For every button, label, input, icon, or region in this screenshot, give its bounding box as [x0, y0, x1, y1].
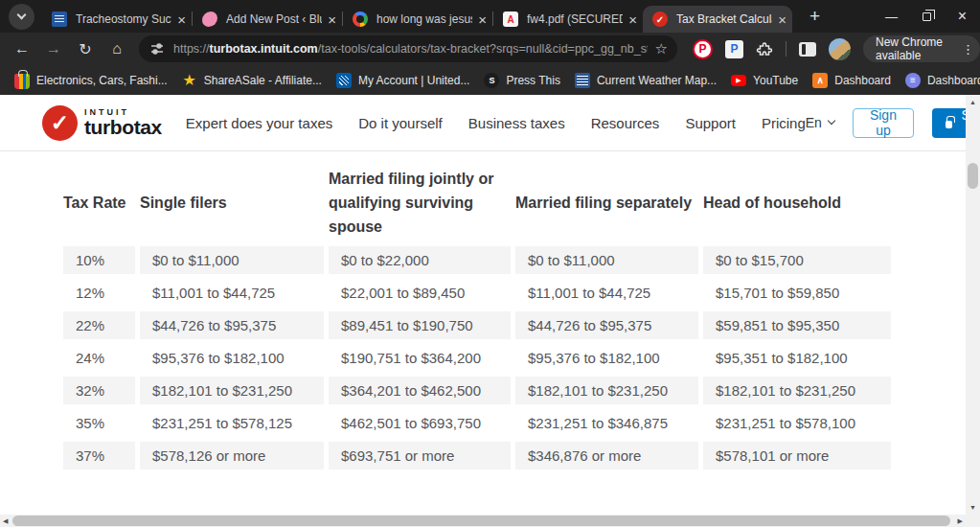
scroll-left-icon[interactable]: ◀ — [3, 515, 8, 527]
bracket-range-cell: $578,101 or more — [703, 442, 891, 470]
scroll-down-icon[interactable]: ▼ — [966, 504, 980, 511]
vertical-scrollbar-thumb[interactable] — [968, 163, 978, 189]
tab-search-button[interactable] — [9, 4, 34, 30]
browser-tab[interactable]: how long was jesus with× — [343, 6, 492, 33]
nav-link[interactable]: Resources — [591, 115, 660, 131]
tabs: Tracheostomy Suction | P×Add New Post ‹ … — [42, 0, 792, 33]
chevron-down-icon — [17, 11, 27, 20]
profile-avatar[interactable] — [829, 38, 851, 60]
bracket-range-cell: $462,501 to $693,750 — [329, 409, 511, 437]
bookmark-item[interactable]: ▶YouTube — [731, 74, 798, 87]
extensions-puzzle-icon[interactable] — [756, 40, 773, 57]
press-bookmark-icon: S — [484, 73, 499, 88]
forward-button[interactable]: → — [44, 40, 63, 57]
bookmark-star-icon[interactable]: ☆ — [655, 40, 668, 57]
url-domain: turbotax.intuit.com — [210, 42, 318, 56]
tab-close-icon[interactable]: × — [778, 12, 786, 27]
pdf-favicon: A — [503, 11, 518, 27]
p-extension-icon[interactable]: P — [725, 40, 743, 58]
bracket-range-cell: $44,726 to $95,375 — [515, 311, 698, 339]
site-settings-icon[interactable] — [150, 42, 164, 56]
tab-close-icon[interactable]: × — [628, 12, 637, 27]
sign-up-button[interactable]: Sign up — [853, 108, 914, 138]
side-panel-icon[interactable] — [799, 42, 816, 57]
bookmark-label: YouTube — [753, 74, 798, 87]
bookmarks-bar: Electronics, Cars, Fashi...★ShareASale -… — [0, 65, 980, 95]
bracket-range-cell: $95,376 to $182,100 — [515, 344, 698, 372]
language-selector[interactable]: En — [806, 115, 834, 130]
bracket-range-cell: $95,351 to $182,100 — [703, 344, 891, 372]
bracket-range-cell: $190,751 to $364,200 — [329, 344, 511, 372]
site-nav: Expert does your taxesDo it yourselfBusi… — [186, 115, 806, 131]
language-label: En — [806, 115, 822, 130]
scroll-right-icon[interactable]: ▶ — [958, 515, 963, 527]
browser-toolbar: ← → ↻ ⌂ https://turbotax.intuit.com/tax-… — [0, 33, 980, 65]
tab-close-icon[interactable]: × — [177, 12, 186, 27]
url-path: /tax-tools/calculators/tax-bracket?srqs=… — [318, 42, 648, 56]
flower-favicon — [202, 11, 217, 27]
pinterest-extension-icon[interactable]: P — [693, 39, 713, 59]
update-label: New Chrome available — [876, 35, 953, 62]
bookmark-label: Dashboard — [834, 74, 891, 87]
chevron-down-icon — [828, 117, 835, 125]
tab-title: Tracheostomy Suction | P — [76, 12, 171, 26]
tax-rate-cell: 32% — [63, 377, 135, 404]
reload-button[interactable]: ↻ — [76, 40, 95, 58]
horizontal-scrollbar-thumb[interactable] — [12, 516, 950, 526]
vertical-scrollbar[interactable]: ▲ ▼ — [966, 95, 980, 515]
bracket-range-cell: $22,001 to $89,450 — [329, 279, 511, 307]
extensions-area: P P — [693, 38, 851, 60]
youtube-bookmark-icon: ▶ — [731, 75, 746, 86]
tax-rate-cell: 10% — [63, 246, 135, 274]
horizontal-scrollbar[interactable]: ◀ ▶ — [0, 515, 966, 527]
aweber-bookmark-icon: ∧ — [812, 73, 828, 88]
nav-link[interactable]: Do it yourself — [358, 115, 443, 131]
new-tab-button[interactable]: + — [804, 6, 826, 27]
chrome-update-button[interactable]: New Chrome available ⋮ — [863, 35, 980, 62]
restore-button[interactable] — [909, 0, 945, 33]
address-bar[interactable]: https://turbotax.intuit.com/tax-tools/ca… — [139, 35, 677, 62]
bracket-range-cell: $0 to $11,000 — [140, 246, 324, 274]
bracket-range-cell: $59,851 to $95,350 — [703, 311, 891, 339]
browser-tab[interactable]: Tracheostomy Suction | P× — [42, 6, 192, 33]
tax-rate-cell: 22% — [63, 311, 135, 339]
home-button[interactable]: ⌂ — [107, 40, 126, 57]
lumen-favicon — [52, 11, 67, 27]
nav-link[interactable]: Expert does your taxes — [186, 115, 332, 131]
tab-title: Tax Bracket Calculator - 2 — [676, 12, 772, 26]
window-controls: — × — [874, 0, 980, 33]
nav-link[interactable]: Business taxes — [468, 115, 565, 131]
close-window-button[interactable]: × — [945, 0, 980, 33]
bracket-range-cell: $182,101 to $231,250 — [140, 377, 324, 404]
site-header: ✓ INTUIT turbotax Expert does your taxes… — [0, 95, 966, 151]
tab-close-icon[interactable]: × — [478, 12, 487, 27]
bracket-range-cell: $693,751 or more — [329, 442, 511, 470]
column-header: Tax Rate — [63, 192, 135, 216]
minimize-button[interactable]: — — [874, 0, 909, 33]
bookmark-item[interactable]: ∧Dashboard — [812, 73, 891, 88]
browser-tab[interactable]: ✓Tax Bracket Calculator - 2× — [643, 6, 792, 33]
nav-link[interactable]: Support — [685, 115, 736, 131]
table-body: 10%$0 to $11,000$0 to $22,000$0 to $11,0… — [63, 246, 891, 470]
back-button[interactable]: ← — [12, 40, 32, 57]
bookmark-item[interactable]: Electronics, Cars, Fashi... — [14, 72, 168, 89]
bookmark-item[interactable]: My Account | United... — [336, 73, 470, 88]
bookmark-item[interactable]: ≡Dashboard — [905, 73, 980, 88]
bookmark-item[interactable]: ★ShareASale - Affiliate... — [182, 73, 322, 88]
scroll-up-icon[interactable]: ▲ — [966, 99, 980, 105]
bracket-range-cell: $15,701 to $59,850 — [703, 279, 891, 307]
tab-close-icon[interactable]: × — [328, 12, 336, 27]
bookmark-item[interactable]: Current Weather Map... — [575, 73, 717, 88]
bookmark-item[interactable]: SPress This — [484, 73, 559, 88]
bracket-range-cell: $182,101 to $231,250 — [703, 377, 891, 404]
tax-bracket-table: Tax RateSingle filersMarried filing join… — [63, 168, 891, 470]
nav-link[interactable]: Pricing — [762, 115, 806, 131]
browser-tab[interactable]: Afw4.pdf (SECURED)× — [493, 6, 643, 33]
browser-menu-icon[interactable]: ⋮ — [962, 42, 973, 57]
tab-title: fw4.pdf (SECURED) — [527, 12, 623, 26]
column-header: Head of household — [703, 192, 891, 216]
tab-strip: Tracheostomy Suction | P×Add New Post ‹ … — [0, 0, 980, 33]
bookmark-label: Electronics, Cars, Fashi... — [36, 74, 168, 87]
browser-tab[interactable]: Add New Post ‹ Blue Skie× — [193, 6, 342, 33]
turbotax-logo[interactable]: ✓ INTUIT turbotax — [42, 105, 162, 141]
